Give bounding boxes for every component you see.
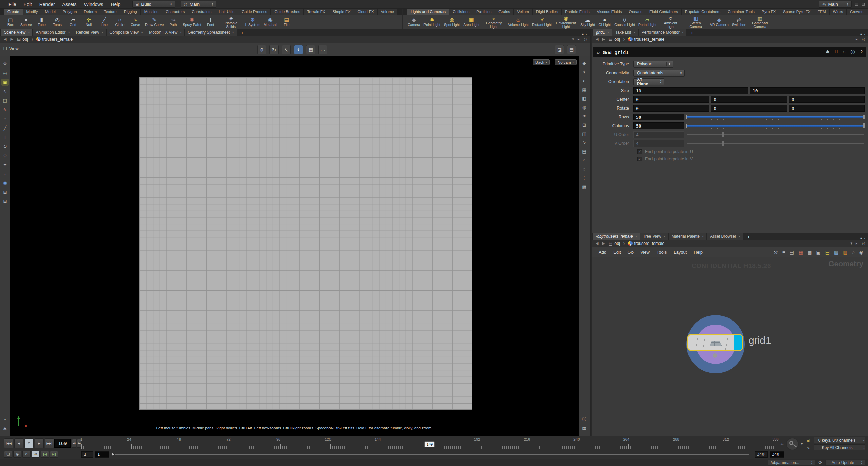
forward-nav-icon[interactable]: ▶ — [601, 241, 606, 246]
dot-icon[interactable]: • — [1, 416, 9, 423]
tool-platonic-solids[interactable]: ◈ Platonic Solids — [219, 15, 244, 29]
play-reverse-button[interactable]: ◀ — [14, 438, 23, 448]
pane-maximize-icon[interactable]: ■ — [860, 33, 862, 36]
menu-item[interactable]: Render — [36, 0, 59, 9]
layout-single-icon[interactable]: ▭ — [318, 45, 327, 54]
shelf-tab[interactable]: Texture — [100, 9, 120, 15]
reference-plane-icon[interactable]: ⊟ — [1, 198, 9, 205]
tool-camera[interactable]: ◆ Camera — [406, 15, 422, 29]
shelf-tab[interactable]: Vellum — [514, 9, 532, 15]
shelf-tab[interactable]: Create — [4, 9, 23, 15]
new-pane-tab-button[interactable]: + — [744, 234, 753, 240]
scale-tool-icon[interactable]: ◇ — [1, 152, 9, 159]
pane-menu-icon[interactable]: ▾ — [864, 237, 865, 240]
material-icon[interactable]: ◍ — [581, 104, 588, 111]
mask-display-icon[interactable]: ◌ — [581, 166, 588, 173]
rows-field[interactable]: 50 — [633, 114, 684, 120]
path-dropdown-icon[interactable]: ▾ — [850, 241, 852, 246]
close-icon[interactable]: × — [607, 29, 609, 36]
follow-playbar-button[interactable]: ❏ — [4, 451, 12, 458]
shelf-tab[interactable]: Muscles — [141, 9, 162, 15]
layout-views-icon[interactable]: ◫ — [581, 130, 588, 137]
shelf-tab[interactable]: Terrain FX — [304, 9, 328, 15]
menu-item[interactable]: Edit — [20, 0, 36, 9]
rows-slider[interactable] — [686, 114, 865, 120]
pane-tab[interactable]: Asset Browser× — [707, 233, 743, 240]
list-view-icon[interactable]: ▤ — [790, 250, 794, 255]
go-start-button[interactable]: |◀◀ — [4, 438, 13, 448]
playhead[interactable]: 169 — [424, 441, 435, 447]
shelf-tab[interactable]: Sparse Pyro FX — [779, 9, 814, 15]
node-name-field[interactable]: grid1 — [615, 50, 823, 55]
view-tool-icon[interactable]: ◎ — [1, 70, 9, 77]
pane-menu-icon[interactable]: ▾ — [586, 33, 587, 36]
keys-info-field[interactable]: 0 keys, 0/0 channels ▲ — [814, 437, 865, 443]
tool-spot-light[interactable]: ◍ Spot Light — [442, 15, 461, 29]
global-start-field[interactable]: 1 — [81, 451, 93, 458]
shelf-tab[interactable]: Container Tools — [724, 9, 758, 15]
stop-button[interactable]: □ — [24, 438, 34, 448]
grid1-node[interactable] — [687, 334, 743, 351]
shelf-tab[interactable]: Modify — [23, 9, 41, 15]
close-icon[interactable]: × — [180, 29, 182, 36]
shelf-tab[interactable]: FEM — [814, 9, 829, 15]
tree-view-icon[interactable]: ≡ — [782, 250, 785, 255]
columns-slider[interactable] — [686, 122, 865, 129]
find-icon[interactable]: ◌ — [852, 250, 854, 255]
pane-tab[interactable]: Material Palette× — [669, 233, 707, 240]
display-options-icon[interactable]: ▤ — [567, 45, 576, 54]
tool-vr-camera[interactable]: ◆ VR Camera — [708, 15, 730, 29]
shading-mode-icon[interactable]: ◐ — [581, 77, 588, 84]
columns-field[interactable]: 50 — [633, 122, 684, 129]
tool-file[interactable]: ▤ File — [279, 15, 295, 29]
select-visible-icon[interactable]: ◪ — [555, 45, 564, 54]
pane-tab[interactable]: Geometry Spreadsheet× — [185, 29, 237, 36]
pin-icon[interactable]: ▸| — [578, 37, 580, 41]
point-display-icon[interactable]: ○ — [581, 157, 588, 164]
view-tools-icon[interactable]: ✥ — [257, 45, 266, 54]
pattern-display-icon[interactable]: ▩ — [581, 183, 588, 190]
pane-tab[interactable]: grid1× — [593, 29, 612, 36]
pane-tab[interactable]: Scene View× — [1, 29, 32, 36]
close-icon[interactable]: × — [101, 29, 103, 36]
help-icon[interactable]: ? — [860, 49, 863, 55]
forward-nav-icon[interactable]: ▶ — [9, 37, 14, 41]
network-menu-item[interactable]: View — [637, 250, 653, 255]
shelf-tab[interactable]: Particles — [473, 9, 495, 15]
network-menu-item[interactable]: Layout — [670, 250, 690, 255]
go-end-button[interactable]: ▶▶| — [45, 438, 54, 448]
tool-portal-light[interactable]: ▱ Portal Light — [637, 15, 658, 29]
close-icon[interactable]: × — [702, 233, 704, 240]
shelf-tab[interactable]: Polygon — [59, 9, 80, 15]
tool-torus[interactable]: ◎ Torus — [50, 15, 65, 29]
view-pivot-icon[interactable]: ◉ — [1, 179, 9, 187]
search-icon[interactable]: ◌ — [843, 49, 846, 55]
link-radar-icon[interactable]: ◎ — [584, 37, 587, 41]
orbit-icon[interactable]: ↻ — [269, 45, 279, 54]
desktop-build-selector[interactable]: ⊞ Build ▲▼ — [132, 1, 175, 8]
scoped-channels-icon[interactable]: ▣ — [805, 437, 812, 443]
pane-menu-icon[interactable]: ▾ — [864, 33, 865, 36]
size-y-field[interactable]: 10 — [750, 87, 865, 94]
grid-geometry[interactable] — [139, 77, 472, 410]
tool-l-system[interactable]: ❆ L-System — [244, 15, 262, 29]
pane-tab[interactable]: Composite View× — [107, 29, 146, 36]
lighting-icon[interactable]: ☀ — [581, 69, 588, 76]
snap-grid-icon[interactable]: ▦ — [581, 425, 588, 432]
next-key-button[interactable]: ▶▮ — [50, 451, 58, 458]
wireframe-icon[interactable]: ▦ — [581, 86, 588, 93]
update-mode-select[interactable]: Auto Update ▲▼ — [825, 460, 865, 466]
layout-nodes-icon[interactable]: ▣ — [816, 250, 821, 255]
set-keyframe-button[interactable] — [786, 438, 799, 450]
info-icon[interactable]: ⓘ — [851, 49, 855, 55]
size-x-field[interactable]: 10 — [633, 87, 748, 94]
link-radar-icon[interactable]: ◎ — [862, 37, 865, 41]
box-select-icon[interactable]: ⬚ — [1, 97, 9, 104]
window-button[interactable] — [862, 3, 865, 6]
tool-distant-light[interactable]: ☀ Distant Light — [530, 15, 553, 29]
desktop-selector[interactable]: ◎ Main ▲▼ — [819, 1, 852, 8]
smooth-shade-icon[interactable]: ≋ — [581, 113, 588, 120]
shelf-tab[interactable]: Deform — [80, 9, 100, 15]
network-menu-item[interactable]: Tools — [653, 250, 670, 255]
close-icon[interactable]: × — [682, 29, 684, 36]
